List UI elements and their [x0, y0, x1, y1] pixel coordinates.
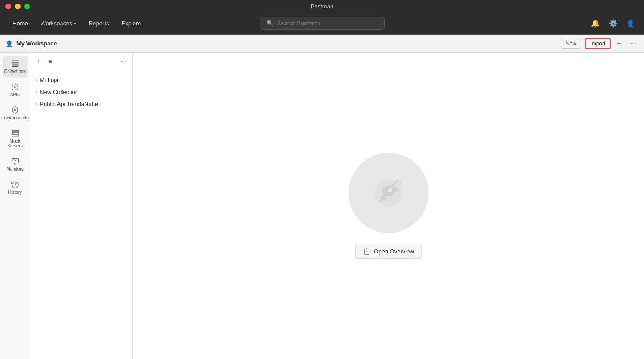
- postman-rocket-icon: [369, 173, 409, 213]
- collections-toolbar: + ≡ ···: [30, 53, 132, 70]
- import-button[interactable]: Import: [585, 38, 611, 49]
- svg-point-9: [12, 131, 13, 131]
- sidebar-item-collections[interactable]: Collections: [3, 56, 28, 78]
- notifications-button[interactable]: 🔔: [588, 18, 603, 29]
- nav-home[interactable]: Home: [7, 17, 33, 29]
- topnav-center: 🔍 Search Postman: [217, 17, 427, 30]
- chevron-right-icon: ›: [36, 102, 37, 106]
- empty-state: 📋 Open Overview: [349, 153, 429, 259]
- topnav-right: 🔔 ⚙️ 👤: [427, 18, 637, 29]
- more-options-button[interactable]: ···: [628, 39, 639, 49]
- chevron-right-icon: ›: [36, 78, 37, 82]
- svg-rect-1: [12, 63, 18, 65]
- sidebar-collections-label: Collections: [4, 69, 26, 74]
- collection-item-mi-loja[interactable]: › Mi Loja: [30, 74, 132, 86]
- titlebar: Postman: [0, 0, 644, 12]
- sidebar-item-mock-servers[interactable]: Mock Servers: [3, 126, 28, 152]
- svg-rect-2: [12, 65, 18, 67]
- main-content: 📋 Open Overview: [133, 53, 644, 359]
- workspace-header: 👤 My Workspace New Import + ···: [0, 35, 644, 53]
- topnav-left: Home Workspaces ▾ Reports Explore: [7, 17, 217, 29]
- collection-name: New Collection: [40, 89, 78, 95]
- environments-icon: [11, 106, 19, 114]
- traffic-lights: [5, 4, 30, 9]
- chevron-down-icon: ▾: [74, 21, 76, 26]
- topnav: Home Workspaces ▾ Reports Explore 🔍 Sear…: [0, 12, 644, 35]
- empty-icon-circle: [349, 153, 429, 233]
- app-title: Postman: [311, 3, 333, 10]
- svg-point-3: [14, 86, 16, 88]
- open-overview-button[interactable]: 📋 Open Overview: [355, 244, 422, 259]
- maximize-button[interactable]: [24, 4, 30, 9]
- sidebar-mock-servers-label: Mock Servers: [5, 139, 25, 148]
- collections-icon: [11, 60, 19, 68]
- sidebar-environments-label: Environments: [1, 115, 29, 120]
- add-tab-button[interactable]: +: [614, 39, 623, 49]
- user-avatar[interactable]: 👤: [624, 19, 637, 28]
- sidebar-history-label: History: [8, 190, 22, 195]
- minimize-button[interactable]: [15, 4, 21, 9]
- nav-workspaces[interactable]: Workspaces ▾: [35, 17, 82, 29]
- sidebar-item-environments[interactable]: Environments: [3, 102, 28, 124]
- overview-icon: 📋: [363, 248, 370, 255]
- svg-rect-0: [12, 61, 18, 62]
- sidebar-apis-label: APIs: [10, 92, 20, 97]
- sidebar-item-history[interactable]: History: [3, 177, 28, 198]
- nav-reports[interactable]: Reports: [83, 17, 115, 29]
- settings-button[interactable]: ⚙️: [606, 18, 620, 29]
- history-icon: [11, 180, 19, 188]
- sidebar-item-monitors[interactable]: Monitors: [3, 154, 28, 175]
- sidebar-monitors-label: Monitors: [6, 167, 23, 171]
- sidebar-item-apis[interactable]: APIs: [3, 79, 28, 101]
- icon-sidebar: Collections APIs Environments: [0, 53, 30, 359]
- collection-name: Mi Loja: [40, 77, 58, 83]
- collection-name: Public Api TiendaNube: [40, 101, 98, 107]
- add-collection-button[interactable]: +: [34, 56, 44, 67]
- app-body: Collections APIs Environments: [0, 53, 644, 359]
- search-icon: 🔍: [267, 20, 274, 27]
- collections-list: › Mi Loja › New Collection › Public Api …: [30, 70, 132, 359]
- svg-point-14: [388, 188, 393, 193]
- apis-icon: [11, 83, 19, 91]
- svg-point-10: [12, 133, 13, 134]
- search-placeholder: Search Postman: [277, 20, 320, 27]
- open-overview-label: Open Overview: [374, 248, 414, 255]
- nav-explore[interactable]: Explore: [116, 17, 147, 29]
- collections-more-button[interactable]: ···: [118, 57, 129, 66]
- workspace-user-icon: 👤: [5, 40, 13, 47]
- svg-rect-8: [12, 135, 18, 136]
- collections-panel: + ≡ ··· › Mi Loja › New Collection › Pub…: [30, 53, 133, 359]
- collection-item-public-api[interactable]: › Public Api TiendaNube: [30, 98, 132, 110]
- close-button[interactable]: [5, 4, 11, 9]
- collection-item-new-collection[interactable]: › New Collection: [30, 86, 132, 98]
- search-bar[interactable]: 🔍 Search Postman: [260, 17, 385, 30]
- chevron-right-icon: ›: [36, 90, 37, 94]
- svg-point-5: [14, 109, 16, 111]
- new-button[interactable]: New: [561, 39, 581, 49]
- mock-servers-icon: [11, 129, 19, 137]
- monitors-icon: [11, 157, 19, 165]
- filter-button[interactable]: ≡: [46, 57, 55, 66]
- svg-marker-4: [12, 107, 17, 114]
- workspace-name: My Workspace: [16, 40, 557, 47]
